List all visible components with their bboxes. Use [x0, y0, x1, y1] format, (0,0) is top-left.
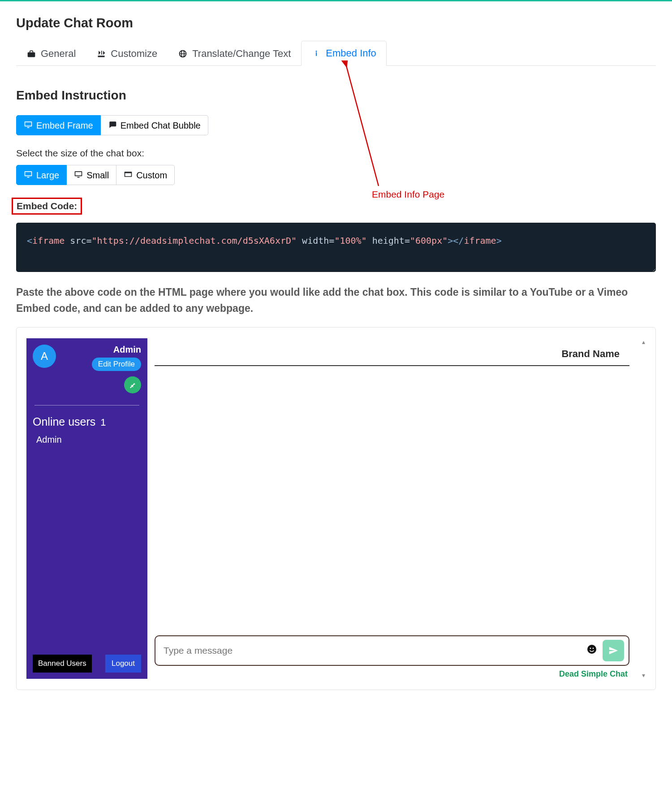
- tab-embed-info[interactable]: Embed Info: [301, 41, 387, 66]
- toolbox-icon: [26, 49, 36, 59]
- code-token: iframe: [32, 235, 65, 246]
- code-token: width=: [297, 235, 334, 246]
- brand-name: Brand Name: [155, 338, 629, 366]
- online-users-list: Admin: [33, 435, 141, 445]
- ruler-icon: [96, 49, 106, 59]
- code-token: "100%": [334, 235, 366, 246]
- code-token: height=: [367, 235, 410, 246]
- svg-point-0: [316, 51, 317, 52]
- online-users-label: Online users: [33, 415, 95, 428]
- scrollbar[interactable]: ▴ ▾: [639, 338, 647, 679]
- code-token: <: [27, 235, 32, 246]
- chat-main: Brand Name Dead Simple Chat: [147, 338, 639, 679]
- divider: [34, 405, 139, 405]
- code-token: "600px": [410, 235, 448, 246]
- code-token: "https://deadsimplechat.com/d5sXA6xrD": [92, 235, 297, 246]
- size-group: Large Small Custom: [16, 165, 175, 185]
- size-small-button[interactable]: Small: [67, 165, 116, 185]
- edit-profile-button[interactable]: Edit Profile: [92, 358, 141, 371]
- annotation-label: Embed Info Page: [372, 189, 444, 200]
- chat-preview: A Admin Edit Profile Online users 1 Admi…: [16, 327, 656, 690]
- pin-button[interactable]: [124, 376, 141, 393]
- monitor-icon: [74, 170, 83, 180]
- window-icon: [124, 170, 133, 180]
- tab-general-label: General: [41, 48, 76, 60]
- embed-type-group: Embed Frame Embed Chat Bubble: [16, 115, 208, 135]
- chat-messages-area[interactable]: [155, 366, 634, 635]
- chat-input-row: [155, 635, 629, 666]
- code-token: iframe: [464, 235, 496, 246]
- emoji-icon: [586, 645, 597, 657]
- size-large-label: Large: [36, 171, 59, 180]
- tab-general[interactable]: General: [16, 41, 86, 66]
- code-token: </: [453, 235, 464, 246]
- embed-code-block[interactable]: <iframe src="https://deadsimplechat.com/…: [16, 223, 656, 272]
- size-small-label: Small: [86, 171, 109, 180]
- chat-sidebar: A Admin Edit Profile Online users 1 Admi…: [26, 338, 147, 679]
- send-icon: [608, 646, 618, 656]
- chat-bubble-icon: [108, 120, 117, 130]
- tab-embed-info-label: Embed Info: [326, 47, 376, 59]
- online-users-count: 1: [100, 417, 106, 428]
- info-icon: [311, 48, 321, 58]
- pin-icon: [129, 381, 137, 389]
- monitor-icon: [24, 120, 33, 130]
- message-input[interactable]: [164, 645, 586, 656]
- svg-point-2: [587, 645, 596, 654]
- avatar[interactable]: A: [33, 345, 56, 368]
- tab-translate-label: Translate/Change Text: [192, 48, 291, 60]
- paste-description: Paste the above code on the HTML page wh…: [16, 285, 656, 316]
- size-select-label: Select the size of the chat box:: [16, 148, 656, 159]
- embed-frame-label: Embed Frame: [36, 121, 93, 130]
- monitor-icon: [24, 170, 33, 180]
- code-token: >: [496, 235, 502, 246]
- tab-translate[interactable]: Translate/Change Text: [168, 41, 301, 66]
- online-users-heading: Online users 1: [33, 415, 141, 428]
- current-user-name: Admin: [92, 345, 141, 355]
- code-token: >: [448, 235, 453, 246]
- size-custom-button[interactable]: Custom: [116, 165, 175, 185]
- embed-bubble-button[interactable]: Embed Chat Bubble: [101, 115, 208, 135]
- svg-point-4: [593, 648, 594, 649]
- tab-customize[interactable]: Customize: [86, 41, 168, 66]
- scroll-down-icon[interactable]: ▾: [642, 672, 645, 679]
- svg-point-3: [590, 648, 591, 649]
- tab-customize-label: Customize: [111, 48, 157, 60]
- logout-button[interactable]: Logout: [105, 655, 141, 673]
- svg-rect-1: [316, 52, 317, 56]
- code-token: src=: [65, 235, 91, 246]
- embed-frame-button[interactable]: Embed Frame: [16, 115, 101, 135]
- size-large-button[interactable]: Large: [16, 165, 67, 185]
- banned-users-button[interactable]: Banned Users: [33, 655, 92, 673]
- scroll-up-icon[interactable]: ▴: [642, 338, 645, 345]
- embed-instruction-heading: Embed Instruction: [16, 88, 656, 103]
- tabs: General Customize Translate/Change Text …: [16, 40, 656, 66]
- send-button[interactable]: [603, 640, 624, 661]
- embed-code-label: Embed Code:: [12, 198, 82, 215]
- footer-brand-link[interactable]: Dead Simple Chat: [155, 666, 634, 679]
- embed-bubble-label: Embed Chat Bubble: [121, 121, 201, 130]
- page-title: Update Chat Room: [16, 16, 656, 30]
- emoji-button[interactable]: [586, 644, 597, 657]
- globe-icon: [178, 49, 188, 59]
- list-item[interactable]: Admin: [36, 435, 141, 445]
- size-custom-label: Custom: [136, 171, 167, 180]
